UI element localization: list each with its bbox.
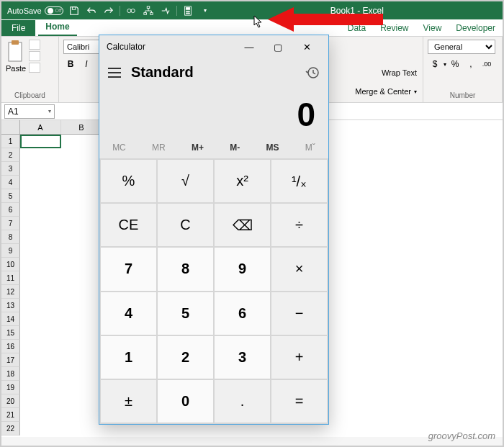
select-all-corner[interactable] [1,120,20,135]
row-head[interactable]: 21 [1,408,20,422]
col-head[interactable]: B [61,120,102,135]
bold-button[interactable]: B [63,57,78,71]
minimize-button[interactable]: — [235,37,264,57]
italic-button[interactable]: I [79,57,94,71]
font-name-select[interactable] [63,40,104,54]
format-painter-icon[interactable] [29,63,40,73]
calc-btn-−[interactable]: − [271,292,327,335]
tab-data[interactable]: Data [341,20,373,36]
svg-rect-7 [186,7,189,9]
paste-button[interactable]: Paste [6,40,26,73]
tab-file[interactable]: File [1,20,35,36]
percent-button[interactable]: % [448,57,462,71]
watermark: groovyPost.com [428,430,495,441]
calc-btn-=[interactable]: = [271,380,327,423]
increase-decimal-icon[interactable]: .00 [480,57,494,71]
history-icon[interactable] [305,66,320,80]
copy-icon[interactable] [29,51,40,61]
mem-mˇ[interactable]: Mˇ [305,143,315,153]
tab-home[interactable]: Home [38,19,76,36]
redo-icon[interactable] [102,4,115,17]
row-head[interactable]: 6 [1,203,20,217]
calc-btn-CE[interactable]: CE [101,204,156,246]
row-head[interactable]: 20 [1,394,20,408]
mem-mc[interactable]: MC [112,143,126,153]
currency-button[interactable]: $ [428,57,442,71]
comma-button[interactable]: , [464,57,478,71]
row-head[interactable]: 18 [1,367,20,381]
merge-center-button[interactable]: Merge & Center [355,87,411,96]
autosave-toggle[interactable]: AutoSave Off [7,6,63,15]
svg-rect-3 [147,6,150,8]
calc-btn-¹/ₓ[interactable]: ¹/ₓ [271,160,327,202]
row-head[interactable]: 22 [1,422,20,435]
hierarchy-icon[interactable] [142,4,155,17]
mem-m+[interactable]: M+ [192,143,204,153]
calculator-icon[interactable] [181,4,194,17]
active-cell[interactable] [20,135,61,148]
calc-btn-×[interactable]: × [271,248,327,290]
name-box[interactable]: A1▾ [4,104,55,119]
calc-btn-6[interactable]: 6 [215,292,270,335]
calc-btn-÷[interactable]: ÷ [271,204,327,246]
row-head[interactable]: 8 [1,230,20,244]
row-head[interactable]: 15 [1,326,20,340]
calc-btn-%[interactable]: % [101,160,156,202]
row-head[interactable]: 16 [1,340,20,353]
cut-icon[interactable] [29,40,40,50]
row-head[interactable]: 11 [1,271,20,285]
row-head[interactable]: 1 [1,135,20,148]
calc-btn-2[interactable]: 2 [158,336,213,379]
calc-btn-C[interactable]: C [158,204,213,246]
excel-titlebar: AutoSave Off ▾ Book1 - Excel [1,1,503,19]
row-head[interactable]: 3 [1,162,20,176]
col-head[interactable]: A [20,120,61,135]
hamburger-icon[interactable] [108,68,121,78]
calc-btn-8[interactable]: 8 [158,248,213,290]
number-group-label: Number [428,91,498,99]
row-head[interactable]: 2 [1,148,20,162]
number-format-select[interactable]: General [428,40,495,54]
row-head[interactable]: 4 [1,176,20,189]
row-head[interactable]: 7 [1,217,20,230]
calc-btn-√[interactable]: √ [158,160,213,202]
calc-btn-0[interactable]: 0 [158,380,213,423]
mem-ms[interactable]: MS [266,143,279,153]
qat-icon-1[interactable] [125,4,138,17]
row-head[interactable]: 19 [1,381,20,394]
mem-m-[interactable]: M- [230,143,240,153]
row-head[interactable]: 9 [1,244,20,258]
calc-btn-4[interactable]: 4 [101,292,156,335]
calc-btn-.[interactable]: . [215,380,270,423]
calc-btn-9[interactable]: 9 [215,248,270,290]
tab-developer[interactable]: Developer [449,20,503,36]
calc-btn-7[interactable]: 7 [101,248,156,290]
undo-icon[interactable] [85,4,98,17]
wrap-text-button[interactable]: Wrap Text [382,68,417,77]
close-button[interactable]: ✕ [292,37,321,57]
clipboard-group-label: Clipboard [6,91,54,99]
row-head[interactable]: 12 [1,285,20,299]
calculator-titlebar[interactable]: Calculator — ▢ ✕ [99,35,328,58]
qat-icon-3[interactable] [159,4,172,17]
svg-point-13 [189,12,189,13]
calc-btn-+[interactable]: + [271,336,327,379]
calc-btn-5[interactable]: 5 [158,292,213,335]
calc-btn-⌫[interactable]: ⌫ [215,204,270,246]
tab-view[interactable]: View [416,20,449,36]
calc-btn-3[interactable]: 3 [215,336,270,379]
row-head[interactable]: 13 [1,299,20,312]
calc-btn-±[interactable]: ± [101,380,156,423]
row-head[interactable]: 10 [1,258,20,271]
maximize-button[interactable]: ▢ [264,37,292,57]
calc-btn-1[interactable]: 1 [101,336,156,379]
row-head[interactable]: 5 [1,189,20,203]
customize-qat-dropdown[interactable]: ▾ [199,4,212,17]
row-head[interactable]: 14 [1,312,20,326]
tab-review[interactable]: Review [373,20,415,36]
mem-mr[interactable]: MR [152,143,166,153]
calculator-display: 0 [99,86,328,140]
save-icon[interactable] [68,4,81,17]
calc-btn-x²[interactable]: x² [215,160,270,202]
row-head[interactable]: 17 [1,353,20,367]
